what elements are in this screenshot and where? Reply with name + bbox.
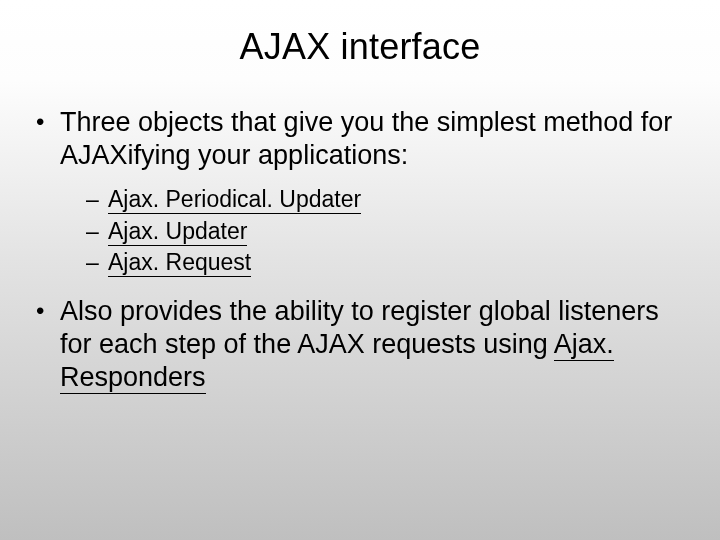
sub-list: Ajax. Periodical. Updater Ajax. Updater … (60, 184, 686, 279)
sub-item-text: Ajax. Periodical. Updater (108, 186, 361, 214)
sub-item-text: Ajax. Updater (108, 218, 247, 246)
sub-item: Ajax. Updater (86, 216, 686, 248)
slide-title: AJAX interface (34, 26, 686, 68)
bullet-list: Three objects that give you the simplest… (34, 106, 686, 394)
sub-item-text: Ajax. Request (108, 249, 251, 277)
bullet-2: Also provides the ability to register gl… (34, 295, 686, 394)
bullet-1-text: Three objects that give you the simplest… (60, 107, 672, 170)
bullet-1: Three objects that give you the simplest… (34, 106, 686, 279)
slide: AJAX interface Three objects that give y… (0, 0, 720, 540)
sub-item: Ajax. Periodical. Updater (86, 184, 686, 216)
sub-item: Ajax. Request (86, 247, 686, 279)
